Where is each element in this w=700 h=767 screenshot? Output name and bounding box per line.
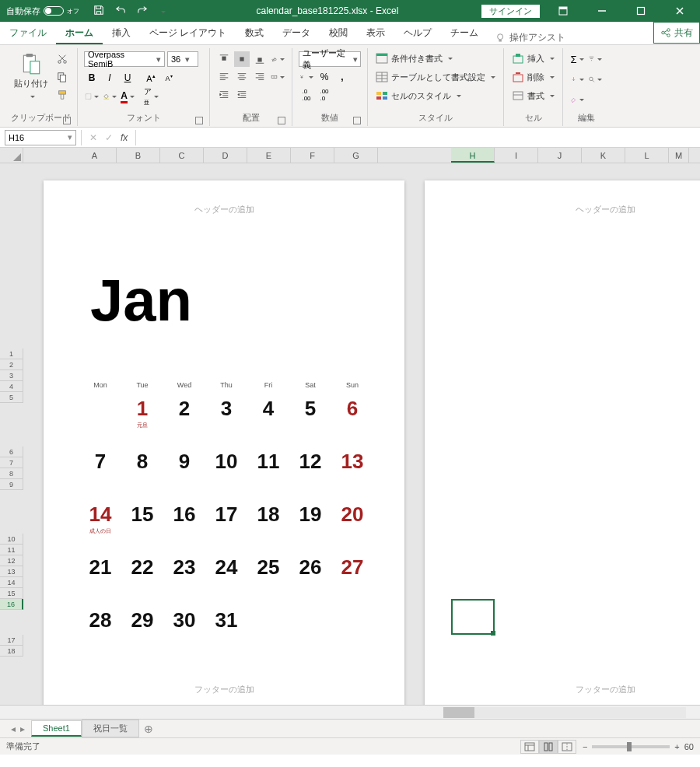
calendar-day[interactable]: 13 xyxy=(331,448,373,475)
calendar-title[interactable]: Jan xyxy=(90,266,192,334)
zoom-in-button[interactable]: + xyxy=(674,742,679,751)
paste-button[interactable]: 貼り付け xyxy=(11,51,51,102)
col-header[interactable]: H xyxy=(451,148,495,163)
row-header[interactable]: 5 xyxy=(0,392,23,403)
nav-prev-icon[interactable]: ◂ xyxy=(11,723,16,734)
calendar-day[interactable]: 21 xyxy=(79,554,121,580)
calendar-day[interactable]: 29 xyxy=(121,607,163,633)
calendar-day[interactable]: 7 xyxy=(79,448,121,475)
footer-placeholder[interactable]: フッターの追加 xyxy=(425,684,700,695)
header-placeholder[interactable]: ヘッダーの追加 xyxy=(425,204,700,215)
italic-button[interactable]: I xyxy=(102,70,117,86)
calendar-day[interactable]: 4 xyxy=(247,395,289,422)
calendar-day[interactable]: 23 xyxy=(163,554,205,580)
row-header[interactable]: 13 xyxy=(0,566,23,577)
sheet-tab-2[interactable]: 祝日一覧 xyxy=(82,720,139,737)
page-1[interactable]: ヘッダーの追加 Jan MonTueWedThuFriSatSun123456元… xyxy=(44,180,404,709)
sheet-nav[interactable]: ◂ ▸ xyxy=(5,723,31,734)
tab-file[interactable]: ファイル xyxy=(0,21,56,44)
phonetic-button[interactable]: ア亜 xyxy=(143,89,159,104)
calendar-day[interactable]: 26 xyxy=(289,554,331,580)
col-header[interactable]: J xyxy=(538,148,582,163)
active-cell[interactable] xyxy=(451,599,495,635)
dialog-launcher-icon[interactable] xyxy=(353,117,361,124)
sort-filter-button[interactable] xyxy=(587,51,603,67)
grow-font-button[interactable]: A▴ xyxy=(143,70,159,86)
signin-button[interactable]: サインイン xyxy=(481,5,540,18)
calendar-day[interactable]: 27 xyxy=(331,554,373,580)
row-header[interactable]: 9 xyxy=(0,479,23,490)
calendar-day[interactable]: 11 xyxy=(247,448,289,475)
align-left-button[interactable] xyxy=(216,69,232,85)
calendar-day[interactable]: 10 xyxy=(205,448,247,475)
undo-icon[interactable] xyxy=(115,5,126,18)
fx-icon[interactable]: fx xyxy=(121,132,128,143)
find-button[interactable] xyxy=(587,72,603,87)
qat-dropdown-icon[interactable] xyxy=(159,5,166,16)
decrease-decimal-button[interactable]: .00.0 xyxy=(317,87,332,103)
font-name-combo[interactable]: Overpass SemiB▾ xyxy=(84,51,165,67)
row-header[interactable]: 4 xyxy=(0,381,23,392)
format-cells-button[interactable]: 書式 xyxy=(510,89,556,103)
col-header[interactable]: K xyxy=(582,148,625,163)
calendar-day[interactable]: 1 xyxy=(121,395,163,422)
calendar-day[interactable]: 25 xyxy=(247,554,289,580)
calendar-day[interactable]: 12 xyxy=(289,448,331,475)
merge-button[interactable] xyxy=(270,69,285,85)
calendar-day[interactable]: 19 xyxy=(289,501,331,527)
col-header[interactable]: M xyxy=(669,148,689,163)
underline-button[interactable]: U xyxy=(120,70,135,86)
autosave-toggle[interactable]: 自動保存 オフ xyxy=(0,5,86,17)
col-header[interactable]: A xyxy=(73,148,117,163)
insert-cells-button[interactable]: 挿入 xyxy=(510,51,556,65)
redo-icon[interactable] xyxy=(137,5,148,18)
align-right-button[interactable] xyxy=(252,69,268,85)
row-header[interactable]: 2 xyxy=(0,359,23,370)
tellme-search[interactable]: 操作アシスト xyxy=(488,31,573,44)
tab-help[interactable]: ヘルプ xyxy=(394,21,441,44)
row-header[interactable]: 14 xyxy=(0,577,23,588)
save-icon[interactable] xyxy=(93,5,104,18)
row-header[interactable]: 11 xyxy=(0,545,23,555)
calendar-day[interactable]: 3 xyxy=(205,395,247,422)
col-header[interactable]: G xyxy=(334,148,378,163)
row-header[interactable]: 18 xyxy=(0,646,23,657)
header-placeholder[interactable]: ヘッダーの追加 xyxy=(44,204,404,215)
fill-button[interactable] xyxy=(569,72,585,87)
copy-button[interactable] xyxy=(54,69,70,85)
calendar-day[interactable]: 31 xyxy=(205,607,247,633)
share-button[interactable]: 共有 xyxy=(653,22,700,44)
col-header[interactable]: E xyxy=(247,148,291,163)
row-header[interactable]: 10 xyxy=(0,534,23,545)
maximize-button[interactable] xyxy=(625,0,656,22)
cancel-icon[interactable]: ✕ xyxy=(89,132,97,143)
increase-indent-button[interactable] xyxy=(234,87,250,103)
cut-button[interactable] xyxy=(54,51,70,67)
autosum-button[interactable]: Σ xyxy=(569,51,585,67)
calendar-day[interactable]: 24 xyxy=(205,554,247,580)
calendar-day[interactable] xyxy=(247,607,289,633)
align-middle-button[interactable] xyxy=(234,51,250,67)
calendar-day[interactable]: 15 xyxy=(121,501,163,527)
tab-data[interactable]: データ xyxy=(273,21,320,44)
zoom-out-button[interactable]: − xyxy=(583,742,587,751)
fill-color-button[interactable] xyxy=(102,89,117,104)
font-color-button[interactable]: A xyxy=(120,89,135,104)
calendar-day[interactable]: 9 xyxy=(163,448,205,475)
dialog-launcher-icon[interactable] xyxy=(195,117,203,124)
formula-input[interactable] xyxy=(135,130,700,145)
tab-view[interactable]: 表示 xyxy=(357,21,394,44)
calendar-day[interactable] xyxy=(79,395,121,422)
calendar-day[interactable]: 16 xyxy=(163,501,205,527)
number-format-combo[interactable]: ユーザー定義▾ xyxy=(299,51,361,67)
calendar-day[interactable]: 30 xyxy=(163,607,205,633)
col-header[interactable]: F xyxy=(291,148,334,163)
row-header[interactable]: 1 xyxy=(0,348,23,359)
calendar-day[interactable]: 20 xyxy=(331,501,373,527)
horizontal-scrollbar[interactable] xyxy=(0,705,700,719)
row-header[interactable]: 17 xyxy=(0,635,23,646)
zoom-slider[interactable] xyxy=(592,745,670,748)
zoom-level[interactable]: 60 xyxy=(684,742,694,751)
normal-view-button[interactable] xyxy=(520,740,539,754)
orientation-button[interactable]: ab xyxy=(270,51,285,67)
